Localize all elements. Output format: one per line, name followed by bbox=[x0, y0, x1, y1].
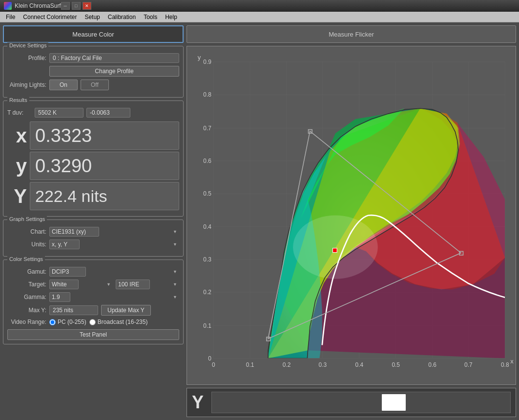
y-meter: Y bbox=[187, 388, 516, 417]
x-value: 0.3323 bbox=[35, 125, 92, 146]
menu-connect[interactable]: Connect Colorimeter bbox=[19, 13, 81, 21]
maximize-button[interactable]: □ bbox=[72, 2, 81, 10]
color-settings-group: Color Settings Gamut: DCIP3 Rec709 Rec20… bbox=[3, 260, 184, 344]
Y-field: 222.4 nits bbox=[30, 182, 179, 210]
svg-text:0.7: 0.7 bbox=[203, 125, 211, 132]
main-content: Measure Color Device Settings Profile: 0… bbox=[0, 22, 519, 420]
chart-row: Chart: CIE1931 (xy) CIE1976 (u'v') CIE19… bbox=[7, 227, 179, 237]
device-settings-group: Device Settings Profile: 0 : Factory Cal… bbox=[3, 46, 184, 98]
x-value-row: x 0.3323 bbox=[7, 121, 179, 150]
change-profile-button[interactable]: Change Profile bbox=[49, 66, 179, 77]
chart-select-wrapper: CIE1931 (xy) CIE1976 (u'v') CIE1964 (xy) bbox=[49, 227, 179, 237]
units-row: Units: x, y, Y u, v, Y X, Y, Z bbox=[7, 240, 179, 249]
gamma-select[interactable]: 1.9 2.2 2.4 2.6 bbox=[49, 292, 70, 302]
ire-select[interactable]: 100 IRE 75 IRE 50 IRE bbox=[116, 280, 150, 289]
Y-value: 222.4 nits bbox=[35, 187, 107, 206]
gamut-row: Gamut: DCIP3 Rec709 Rec2020 sRGB bbox=[7, 267, 179, 277]
measure-color-button[interactable]: Measure Color bbox=[3, 25, 184, 43]
app-title: Klein ChromaSurf bbox=[15, 2, 61, 9]
y-label: y bbox=[7, 156, 27, 176]
target-select[interactable]: White Red Green Blue bbox=[49, 280, 79, 289]
pc-radio-label[interactable]: PC (0-255) bbox=[49, 319, 86, 325]
menu-setup[interactable]: Setup bbox=[81, 13, 104, 21]
titlebar: Klein ChromaSurf ─ □ ✕ bbox=[0, 0, 519, 12]
units-select[interactable]: x, y, Y u, v, Y X, Y, Z bbox=[49, 240, 80, 249]
menu-calibration[interactable]: Calibration bbox=[104, 13, 140, 21]
right-panel: Measure Flicker bbox=[187, 25, 516, 417]
svg-text:0.8: 0.8 bbox=[501, 361, 509, 368]
aiming-lights-on-button[interactable]: On bbox=[49, 80, 78, 90]
units-select-wrapper: x, y, Y u, v, Y X, Y, Z bbox=[49, 240, 179, 249]
y-meter-bar bbox=[211, 392, 511, 413]
test-panel-button[interactable]: Test Panel bbox=[7, 329, 179, 340]
aiming-lights-label: Aiming Lights: bbox=[7, 81, 46, 88]
tduv-label: T duv: bbox=[7, 109, 32, 116]
y-meter-fill bbox=[382, 394, 406, 411]
color-settings-label: Color Settings bbox=[7, 256, 45, 262]
aiming-lights-off-button[interactable]: Off bbox=[81, 80, 109, 90]
svg-text:0.4: 0.4 bbox=[355, 361, 363, 368]
video-range-label: Video Range: bbox=[7, 319, 46, 325]
svg-text:y: y bbox=[198, 54, 201, 61]
profile-value: 0 : Factory Cal File bbox=[49, 53, 179, 63]
y-meter-label: Y bbox=[192, 392, 207, 413]
gamut-select[interactable]: DCIP3 Rec709 Rec2020 sRGB bbox=[49, 267, 86, 277]
tduv-delta-value: -0.0063 bbox=[86, 108, 130, 118]
minimize-button[interactable]: ─ bbox=[61, 2, 70, 10]
svg-text:0.5: 0.5 bbox=[203, 190, 211, 197]
aiming-lights-row: Aiming Lights: On Off bbox=[7, 80, 179, 90]
svg-text:0: 0 bbox=[212, 361, 215, 368]
y-field: 0.3290 bbox=[30, 152, 179, 180]
graph-settings-label: Graph Settings bbox=[7, 216, 47, 222]
Y-label: Y bbox=[7, 186, 27, 206]
menubar: File Connect Colorimeter Setup Calibrati… bbox=[0, 12, 519, 22]
broadcast-radio[interactable] bbox=[89, 319, 96, 325]
x-label: x bbox=[7, 126, 27, 145]
broadcast-label: Broadcast (16-235) bbox=[98, 319, 148, 325]
chart-area: 0 0.1 0.2 0.3 0.4 0.5 0.6 0.7 0.8 0 0.1 … bbox=[187, 46, 516, 385]
svg-text:0.4: 0.4 bbox=[203, 223, 211, 230]
gamut-label: Gamut: bbox=[7, 268, 46, 275]
max-y-row: Max Y: 235 nits Update Max Y bbox=[7, 305, 179, 316]
app-icon bbox=[4, 2, 12, 10]
menu-file[interactable]: File bbox=[2, 13, 19, 21]
tduv-kelvin-value: 5502 K bbox=[35, 108, 83, 118]
max-y-label: Max Y: bbox=[7, 307, 46, 314]
chart-select[interactable]: CIE1931 (xy) CIE1976 (u'v') CIE1964 (xy) bbox=[49, 227, 99, 237]
change-profile-row: Change Profile bbox=[7, 66, 179, 77]
max-y-value: 235 nits bbox=[49, 305, 98, 315]
target-label: Target: bbox=[7, 281, 46, 288]
target-row: Target: White Red Green Blue 100 IRE 75 … bbox=[7, 280, 179, 289]
svg-text:0.3: 0.3 bbox=[203, 256, 211, 263]
ire-select-wrapper: 100 IRE 75 IRE 50 IRE bbox=[116, 280, 179, 289]
svg-text:0: 0 bbox=[208, 355, 211, 362]
svg-text:0.8: 0.8 bbox=[203, 91, 211, 98]
svg-text:0.5: 0.5 bbox=[392, 361, 400, 368]
svg-text:0.2: 0.2 bbox=[203, 289, 211, 296]
results-group: Results T duv: 5502 K -0.0063 x 0.3323 y… bbox=[3, 100, 184, 217]
svg-rect-48 bbox=[333, 248, 337, 253]
units-label: Units: bbox=[7, 241, 46, 248]
svg-text:0.6: 0.6 bbox=[428, 361, 436, 368]
gamma-select-wrapper: 1.9 2.2 2.4 2.6 bbox=[49, 292, 179, 302]
left-panel: Measure Color Device Settings Profile: 0… bbox=[3, 25, 184, 417]
tduv-row: T duv: 5502 K -0.0063 bbox=[7, 108, 179, 118]
broadcast-radio-label[interactable]: Broadcast (16-235) bbox=[89, 319, 148, 325]
svg-text:x: x bbox=[510, 358, 514, 365]
measure-flicker-button[interactable]: Measure Flicker bbox=[187, 25, 516, 43]
gamma-row: Gamma: 1.9 2.2 2.4 2.6 bbox=[7, 292, 179, 302]
target-select-wrapper: White Red Green Blue bbox=[49, 280, 113, 289]
results-label: Results bbox=[7, 97, 29, 103]
menu-tools[interactable]: Tools bbox=[140, 13, 161, 21]
svg-text:0.1: 0.1 bbox=[246, 361, 254, 368]
svg-text:0.3: 0.3 bbox=[319, 361, 327, 368]
y-value-row: y 0.3290 bbox=[7, 152, 179, 180]
menu-help[interactable]: Help bbox=[161, 13, 181, 21]
pc-radio[interactable] bbox=[49, 319, 56, 325]
update-max-y-button[interactable]: Update Max Y bbox=[101, 305, 151, 316]
svg-text:0.6: 0.6 bbox=[203, 158, 211, 164]
svg-text:0.9: 0.9 bbox=[203, 59, 211, 65]
close-button[interactable]: ✕ bbox=[83, 2, 91, 10]
graph-settings-group: Graph Settings Chart: CIE1931 (xy) CIE19… bbox=[3, 220, 184, 257]
pc-label: PC (0-255) bbox=[58, 319, 86, 325]
